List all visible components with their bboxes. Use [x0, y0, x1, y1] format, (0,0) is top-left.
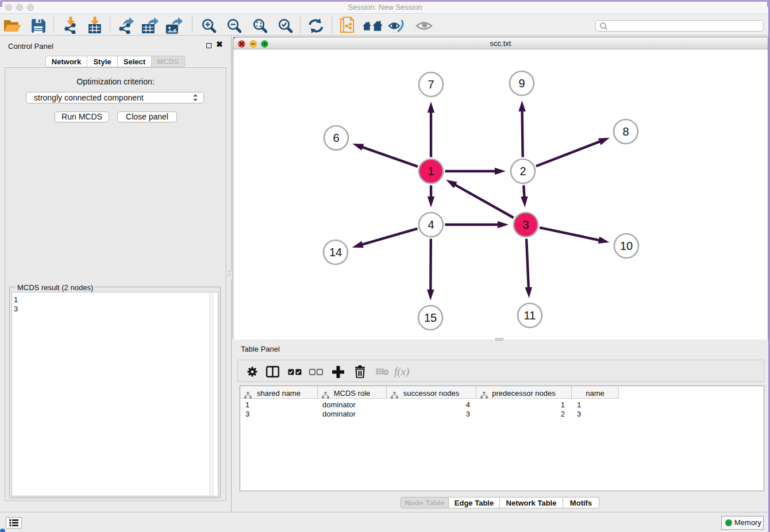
- svg-text:2: 2: [519, 165, 526, 178]
- svg-text:7: 7: [428, 78, 434, 91]
- svg-text:10: 10: [620, 240, 633, 252]
- svg-text:14: 14: [329, 246, 342, 259]
- svg-text:1: 1: [428, 165, 434, 178]
- svg-text:4: 4: [428, 218, 434, 231]
- svg-text:3: 3: [522, 218, 529, 231]
- svg-text:11: 11: [524, 309, 536, 322]
- svg-text:15: 15: [424, 311, 437, 324]
- svg-text:6: 6: [333, 132, 339, 144]
- svg-text:8: 8: [622, 125, 629, 138]
- svg-text:9: 9: [518, 77, 525, 90]
